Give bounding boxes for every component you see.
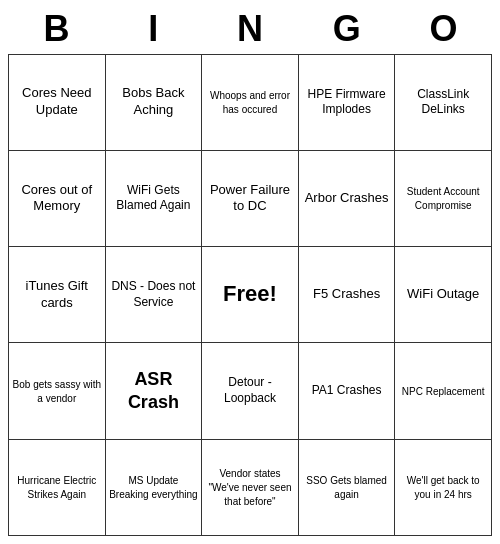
bingo-letter-g: G — [298, 8, 395, 50]
cell-r0-c4: ClassLink DeLinks — [395, 54, 492, 150]
cell-r4-c2: Vendor states "We've never seen that bef… — [202, 439, 299, 535]
cell-r1-c0: Cores out of Memory — [9, 150, 106, 246]
bingo-letter-n: N — [202, 8, 299, 50]
cell-r0-c0: Cores Need Update — [9, 54, 106, 150]
cell-r1-c3: Arbor Crashes — [298, 150, 395, 246]
cell-r3-c4: NPC Replacement — [395, 343, 492, 439]
cell-r0-c2: Whoops and error has occured — [202, 54, 299, 150]
cell-r2-c1: DNS - Does not Service — [105, 247, 202, 343]
cell-r0-c3: HPE Firmware Implodes — [298, 54, 395, 150]
cell-r4-c0: Hurricane Electric Strikes Again — [9, 439, 106, 535]
cell-r1-c2: Power Failure to DC — [202, 150, 299, 246]
cell-r0-c1: Bobs Back Aching — [105, 54, 202, 150]
cell-r3-c0: Bob gets sassy with a vendor — [9, 343, 106, 439]
cell-r4-c4: We'll get back to you in 24 hrs — [395, 439, 492, 535]
cell-r4-c1: MS Update Breaking everything — [105, 439, 202, 535]
cell-r2-c0: iTunes Gift cards — [9, 247, 106, 343]
cell-r4-c3: SSO Gets blamed again — [298, 439, 395, 535]
bingo-title: BINGO — [8, 8, 492, 50]
cell-r3-c2: Detour - Loopback — [202, 343, 299, 439]
bingo-letter-b: B — [8, 8, 105, 50]
cell-r2-c2: Free! — [202, 247, 299, 343]
bingo-letter-o: O — [395, 8, 492, 50]
cell-r2-c3: F5 Crashes — [298, 247, 395, 343]
cell-r3-c1: ASR Crash — [105, 343, 202, 439]
cell-r3-c3: PA1 Crashes — [298, 343, 395, 439]
bingo-letter-i: I — [105, 8, 202, 50]
cell-r2-c4: WiFi Outage — [395, 247, 492, 343]
cell-r1-c4: Student Account Compromise — [395, 150, 492, 246]
cell-r1-c1: WiFi Gets Blamed Again — [105, 150, 202, 246]
bingo-grid: Cores Need UpdateBobs Back AchingWhoops … — [8, 54, 492, 536]
